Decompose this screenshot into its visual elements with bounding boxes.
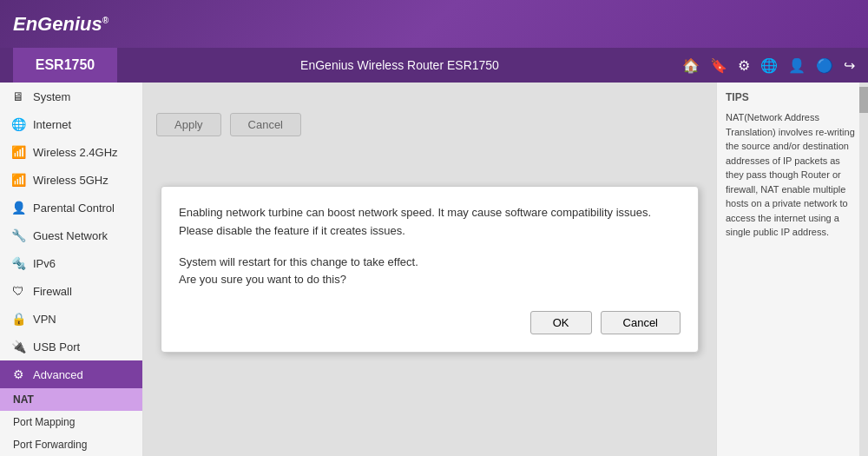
system-icon: 🖥 [10, 89, 26, 103]
sidebar-item-ipv6[interactable]: 🔩 IPv6 [0, 249, 142, 277]
logout-icon[interactable]: ↪ [844, 57, 855, 74]
wireless24-icon: 📶 [10, 145, 26, 159]
internet-icon: 🌐 [10, 117, 26, 131]
vpn-icon: 🔒 [10, 312, 26, 326]
sidebar-sub-port-mapping-label: Port Mapping [13, 416, 75, 428]
navbar-icons: 🏠 🔖 ⚙ 🌐 👤 🔵 ↪ [682, 57, 855, 74]
sidebar-item-parental-control[interactable]: 👤 Parental Control [0, 194, 142, 221]
ipv6-icon: 🔩 [10, 256, 26, 270]
sidebar-label-wireless24: Wireless 2.4GHz [33, 146, 118, 159]
sidebar-sub-port-forwarding-label: Port Forwarding [13, 439, 87, 451]
confirm-question-text: Are you sure you want to do this? [179, 273, 346, 286]
main-layout: 🖥 System 🌐 Internet 📶 Wireless 2.4GHz 📶 … [0, 83, 868, 456]
sidebar: 🖥 System 🌐 Internet 📶 Wireless 2.4GHz 📶 … [0, 83, 143, 456]
sidebar-item-advanced[interactable]: ⚙ Advanced [0, 360, 142, 388]
settings-icon[interactable]: ⚙ [738, 57, 750, 74]
home-icon[interactable]: 🏠 [682, 57, 700, 74]
sidebar-item-system[interactable]: 🖥 System [0, 83, 142, 110]
sidebar-label-system: System [33, 90, 70, 103]
dialog-cancel-button[interactable]: Cancel [601, 311, 681, 334]
sidebar-sub-port-mapping[interactable]: Port Mapping [0, 411, 142, 433]
sidebar-label-usb: USB Port [33, 340, 80, 354]
advanced-icon: ⚙ [10, 367, 26, 381]
sidebar-label-ipv6: IPv6 [33, 257, 56, 270]
confirmation-dialog: Enabling network turbine can boost netwo… [161, 186, 699, 353]
sidebar-item-guest-network[interactable]: 🔧 Guest Network [0, 221, 142, 249]
bookmark-icon[interactable]: 🔖 [710, 57, 727, 74]
restart-notice-text: System will restart for this change to t… [179, 255, 418, 268]
sidebar-label-wireless5: Wireless 5GHz [33, 174, 108, 187]
scrollbar-track[interactable] [859, 83, 868, 456]
dialog-restart-notice: System will restart for this change to t… [179, 254, 681, 290]
navbar: ESR1750 EnGenius Wireless Router ESR1750… [0, 48, 868, 83]
usb-icon: 🔌 [10, 340, 26, 354]
content-area: Apply Cancel Enabling network turbine ca… [143, 83, 716, 456]
navbar-title: EnGenius Wireless Router ESR1750 [117, 58, 682, 72]
sidebar-item-wireless-5[interactable]: 📶 Wireless 5GHz [0, 166, 142, 194]
sidebar-sub-port-forwarding[interactable]: Port Forwarding [0, 433, 142, 456]
scrollbar-thumb[interactable] [859, 87, 868, 113]
sidebar-label-firewall: Firewall [33, 285, 72, 298]
device-model: ESR1750 [13, 48, 117, 83]
sidebar-label-advanced: Advanced [33, 368, 83, 381]
right-panel-title: TIPS [726, 91, 859, 103]
logo-text: EnGenius [13, 13, 102, 35]
sidebar-item-usb-port[interactable]: 🔌 USB Port [0, 333, 142, 360]
sidebar-label-vpn: VPN [33, 313, 56, 326]
dialog-overlay: Enabling network turbine can boost netwo… [143, 83, 716, 456]
sidebar-label-parental: Parental Control [33, 202, 115, 215]
globe-icon[interactable]: 🌐 [760, 57, 778, 74]
sidebar-label-internet: Internet [33, 118, 71, 131]
sidebar-label-guest: Guest Network [33, 229, 108, 242]
dialog-ok-button[interactable]: OK [530, 311, 592, 334]
wireless5-icon: 📶 [10, 173, 26, 187]
sidebar-item-vpn[interactable]: 🔒 VPN [0, 305, 142, 333]
dialog-message: Enabling network turbine can boost netwo… [179, 204, 681, 241]
sidebar-item-firewall[interactable]: 🛡 Firewall [0, 277, 142, 305]
sidebar-sub-nat-label: NAT [13, 393, 34, 406]
logo-reg: ® [102, 15, 108, 24]
parental-icon: 👤 [10, 201, 26, 215]
right-panel: TIPS NAT(Network Address Translation) in… [716, 83, 868, 456]
right-panel-text: NAT(Network Address Translation) involve… [726, 110, 859, 240]
sidebar-sub-nat[interactable]: NAT [0, 388, 142, 411]
account-icon[interactable]: 🔵 [816, 57, 833, 74]
sidebar-item-internet[interactable]: 🌐 Internet [0, 110, 142, 138]
logo: EnGenius® [13, 13, 108, 36]
header: EnGenius® [0, 0, 868, 48]
dialog-buttons: OK Cancel [179, 311, 681, 334]
guest-icon: 🔧 [10, 228, 26, 242]
sidebar-item-wireless-24[interactable]: 📶 Wireless 2.4GHz [0, 138, 142, 166]
firewall-icon: 🛡 [10, 284, 26, 298]
user-icon[interactable]: 👤 [788, 57, 806, 74]
